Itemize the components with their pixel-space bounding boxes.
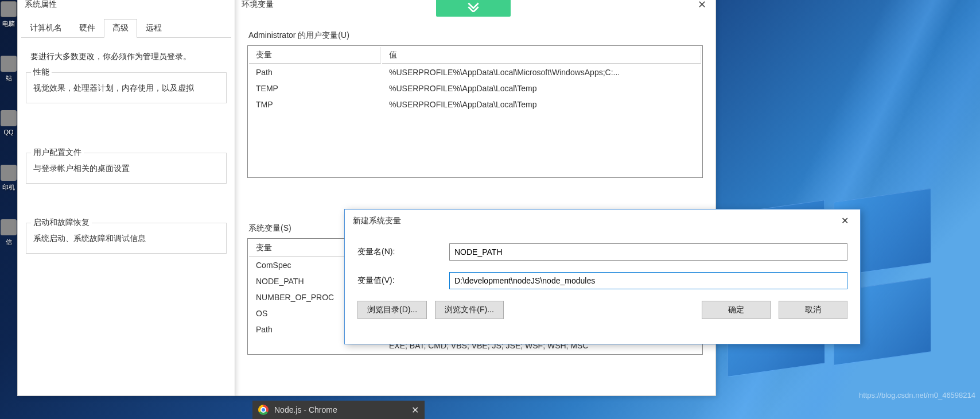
desktop-icon-wechat[interactable]: 信 [0,218,17,273]
monitor-icon [1,1,17,17]
profile-desc: 与登录帐户相关的桌面设置 [33,164,219,174]
perf-desc: 视觉效果，处理器计划，内存使用，以及虚拟 [33,83,219,94]
profile-fieldset: 用户配置文件 与登录帐户相关的桌面设置 [26,153,227,184]
col-val-header[interactable]: 值 [382,47,701,64]
browse-file-button[interactable]: 浏览文件(F)... [435,301,504,319]
perf-fieldset: 性能 视觉效果，处理器计划，内存使用，以及虚拟 [26,72,227,103]
recycle-icon [1,56,17,72]
user-vars-table[interactable]: 变量 值 Path%USERPROFILE%\AppData\Local\Mic… [247,45,703,178]
tab-remote[interactable]: 远程 [137,19,170,37]
printer-icon [1,165,17,181]
col-var-header[interactable]: 变量 [249,47,381,64]
startup-fieldset: 启动和故障恢复 系统启动、系统故障和调试信息 [26,223,227,254]
download-button[interactable] [436,0,511,17]
download-arrow-icon [466,2,481,12]
user-vars-label: Administrator 的用户变量(U) [248,30,703,41]
var-name-label: 变量名(N): [357,247,449,257]
taskbar-close-button[interactable]: ✕ [411,405,419,416]
taskbar-label: Node.js - Chrome [274,405,337,414]
tab-hardware[interactable]: 硬件 [71,19,104,37]
tab-computer-name[interactable]: 计算机名 [21,19,71,37]
table-row[interactable]: Path%USERPROFILE%\AppData\Local\Microsof… [249,65,701,80]
ok-button[interactable]: 确定 [702,301,771,319]
sysprops-title: 系统属性 [18,0,235,14]
table-row[interactable]: TMP%USERPROFILE%\AppData\Local\Temp [249,97,701,112]
watermark-text: https://blog.csdn.net/m0_46598214 [859,391,975,399]
startup-legend: 启动和故障恢复 [31,218,92,228]
qq-icon [1,110,17,126]
desktop-icon-printer[interactable]: 印机 [0,164,17,218]
browse-dir-button[interactable]: 浏览目录(D)... [357,301,427,319]
desktop-icon-computer[interactable]: 电脑 [0,0,17,55]
desktop-icon-qq[interactable]: QQ [0,109,17,164]
newvar-close-button[interactable]: ✕ [838,214,852,227]
new-system-variable-dialog: 新建系统变量 ✕ 变量名(N): 变量值(V): 浏览目录(D)... 浏览文件… [344,209,861,344]
var-value-label: 变量值(V): [357,276,449,286]
desktop-icon-recycle[interactable]: 站 [0,55,17,109]
var-name-input[interactable] [449,243,847,261]
sysprops-tabs: 计算机名 硬件 高级 远程 [21,19,231,38]
chrome-icon [258,405,269,415]
startup-desc: 系统启动、系统故障和调试信息 [33,234,219,244]
newvar-title: 新建系统变量 [353,216,401,226]
perf-legend: 性能 [31,67,52,77]
system-properties-dialog: 系统属性 计算机名 硬件 高级 远程 要进行大多数更改，你必须作为管理员登录。 … [17,0,235,396]
taskbar-nodejs-chrome[interactable]: Node.js - Chrome ✕ [252,401,425,419]
admin-note: 要进行大多数更改，你必须作为管理员登录。 [30,52,222,62]
desktop-icons-column: 电脑 站 QQ 印机 信 [0,0,17,273]
cancel-button[interactable]: 取消 [779,301,847,319]
profile-legend: 用户配置文件 [31,148,84,158]
envvars-close-button[interactable]: ✕ [698,0,706,11]
table-row[interactable]: TEMP%USERPROFILE%\AppData\Local\Temp [249,81,701,96]
var-value-input[interactable] [449,272,847,289]
tab-advanced[interactable]: 高级 [104,19,137,38]
wechat-icon [1,219,17,235]
